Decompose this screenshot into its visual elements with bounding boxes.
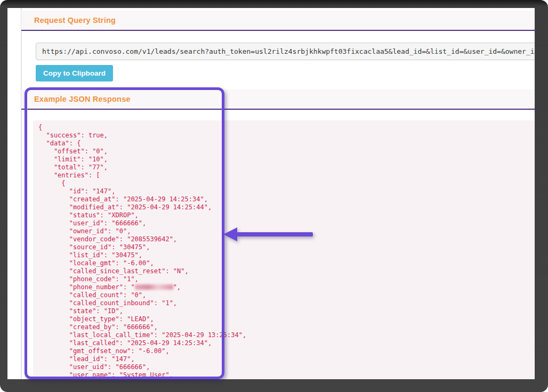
code-line: "user_name": "System User",: [38, 371, 529, 379]
code-line: "success": true,: [38, 132, 529, 140]
code-line: "list_id": "30475",: [38, 251, 529, 259]
code-line: "modified_at": "2025-04-29 14:25:44",: [38, 203, 529, 211]
code-line: "state": "ID",: [38, 307, 529, 315]
code-line: "data": {: [38, 140, 529, 148]
redacted-phone-number: [135, 284, 173, 290]
request-query-string-header: Request Query String: [21, 11, 535, 31]
code-line: "locale_gmt": "-6.00",: [38, 259, 529, 267]
main-content: Request Query String https://api.convoso…: [21, 8, 535, 379]
code-line: "phone_code": "1",: [38, 275, 529, 283]
window-frame: Request Query String https://api.convoso…: [0, 0, 548, 392]
code-line: "owner_id": "0",: [38, 227, 529, 235]
example-json-response-title: Example JSON Response: [34, 95, 131, 103]
code-line: "offset": "0",: [38, 148, 529, 156]
request-url-box: https://api.convoso.com/v1/leads/search?…: [36, 43, 535, 60]
code-line: "id": "147",: [38, 187, 529, 195]
code-line: "vendor_code": "2085539642",: [38, 235, 529, 243]
code-line: "last_local_call_time": "2025-04-29 13:2…: [38, 331, 529, 339]
request-section-body: https://api.convoso.com/v1/leads/search?…: [21, 31, 535, 81]
copy-to-clipboard-button[interactable]: Copy to Clipboard: [36, 65, 113, 81]
code-line: "created_by": "666666",: [38, 323, 529, 331]
code-line: "status": "XDROP",: [38, 211, 529, 219]
code-line: "entries": [: [38, 172, 529, 179]
code-line: "user_id": "666666",: [38, 219, 529, 227]
code-line: "lead_id": "147",: [38, 355, 529, 363]
code-line: "user_uid": "666666",: [38, 363, 529, 371]
code-line: "object_type": "LEAD",: [38, 315, 529, 323]
code-line: "called_count_inbound": "1",: [38, 299, 529, 307]
json-response-code-block: { "success": true, "data": { "offset": "…: [33, 120, 535, 379]
code-line: "limit": "10",: [38, 156, 529, 164]
code-line: "created_at": "2025-04-29 14:25:34",: [38, 195, 529, 203]
code-line: {: [38, 124, 529, 132]
code-line: "called_count": "0",: [38, 291, 529, 299]
request-query-string-title: Request Query String: [34, 16, 116, 24]
code-line: "phone_number": "",: [38, 283, 529, 291]
code-line: "total": "77",: [38, 164, 529, 172]
page: Request Query String https://api.convoso…: [7, 8, 535, 379]
code-line: "source_id": "30475",: [38, 243, 529, 251]
code-line: {: [38, 179, 529, 187]
code-line: "gmt_offset_now": "-6.00",: [38, 347, 529, 355]
example-json-response-header: Example JSON Response: [21, 89, 535, 110]
code-line: "last_called": "2025-04-29 14:25:34",: [38, 339, 529, 347]
code-line: "called_since_last_reset": "N",: [38, 267, 529, 275]
